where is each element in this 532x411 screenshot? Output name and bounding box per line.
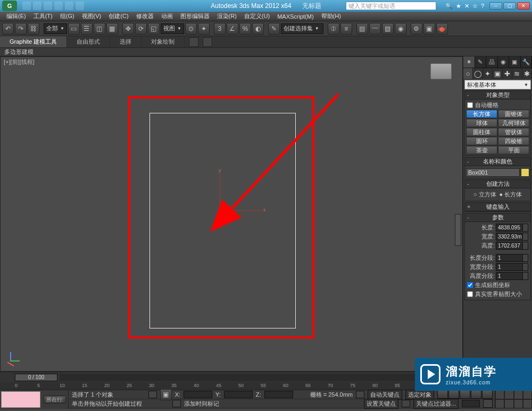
redo-icon[interactable]: ↷ [15, 23, 27, 35]
maximize-viewport-icon[interactable] [514, 399, 523, 408]
goto-start-icon[interactable] [437, 390, 448, 399]
prev-frame-icon[interactable] [448, 390, 459, 399]
rollout-header-label[interactable]: 对象类型 [486, 92, 510, 98]
select-region-icon[interactable]: ◫ [94, 23, 105, 35]
selection-lock-icon[interactable] [148, 391, 157, 398]
qat-new-icon[interactable] [22, 2, 31, 10]
cameras-icon[interactable]: ▣ [493, 68, 502, 79]
ribbon-tab-graphite[interactable]: Graphite 建模工具 [0, 36, 67, 47]
layers-icon[interactable]: ▤ [356, 23, 368, 35]
object-name-input[interactable]: Box001 [466, 168, 520, 177]
motion-tab-icon[interactable]: ◉ [498, 56, 510, 68]
geometry-category-dropdown[interactable]: 标准基本体▼ [464, 80, 531, 89]
helpers-icon[interactable]: ✚ [503, 68, 512, 79]
key-mode-icon[interactable] [356, 391, 364, 398]
next-frame-icon[interactable] [471, 390, 481, 399]
spinner-snap-icon[interactable]: ◐ [252, 23, 264, 35]
autogrid-checkbox[interactable] [467, 102, 473, 108]
height-spinner[interactable]: 1702.637 [496, 242, 528, 250]
qat-save-icon[interactable] [44, 2, 52, 10]
viewport-fov-slider[interactable] [455, 214, 461, 246]
selection-filter-dropdown[interactable]: 全部▼ [44, 23, 67, 34]
ribbon-config-icon[interactable] [189, 37, 198, 47]
hseg-spinner[interactable]: 1 [496, 272, 528, 280]
length-spinner[interactable]: 4838.095 [496, 224, 528, 232]
keyfilter-button[interactable]: 关键点过滤器... [413, 399, 459, 409]
menu-group[interactable]: 组(G) [57, 12, 78, 21]
snap-toggle-icon[interactable]: 3 [214, 23, 226, 35]
render-icon[interactable]: 🫖 [436, 23, 448, 35]
menu-customize[interactable]: 自定义(U) [241, 12, 273, 21]
viewcube-icon[interactable] [430, 63, 452, 79]
isolate-icon[interactable] [172, 400, 181, 407]
close-button[interactable]: ✕ [517, 2, 530, 10]
ribbon-tab-freeform[interactable]: 自由形式 [67, 36, 110, 47]
menu-tools[interactable]: 工具(T) [30, 12, 56, 21]
exchange-icon[interactable]: ✕ [464, 3, 469, 10]
align-icon[interactable]: ≡ [340, 23, 352, 35]
obj-plane-button[interactable]: 平面 [498, 146, 529, 154]
display-tab-icon[interactable]: ▣ [509, 56, 521, 68]
create-tab-icon[interactable]: ✷ [463, 56, 475, 68]
current-frame-input[interactable] [462, 400, 480, 407]
realworld-checkbox[interactable] [467, 291, 473, 297]
scale-icon[interactable]: ◱ [148, 23, 160, 35]
named-selset-dropdown[interactable]: 创建选择集▼ [281, 23, 323, 34]
percent-snap-icon[interactable]: % [239, 23, 251, 35]
zoom-extents-icon[interactable] [523, 390, 532, 399]
coord-x-input[interactable] [184, 391, 212, 398]
link-icon[interactable]: ⛓ [28, 23, 39, 35]
absolute-mode-icon[interactable]: ▣ [160, 389, 172, 400]
add-time-tag-button[interactable]: 添加时间标记 [184, 400, 219, 408]
maximize-button[interactable]: ▢ [503, 2, 516, 10]
modify-tab-icon[interactable]: ✎ [475, 56, 487, 68]
rotate-icon[interactable]: ⟳ [135, 23, 147, 35]
render-frame-icon[interactable]: ▣ [423, 23, 435, 35]
obj-tube-button[interactable]: 管状体 [498, 128, 529, 136]
qat-more-icon[interactable] [76, 2, 84, 10]
keyfilter-icon[interactable] [402, 400, 410, 407]
setkey-button[interactable]: 设置关键点 [364, 399, 398, 409]
coord-z-input[interactable] [264, 391, 293, 398]
menu-grapheditors[interactable]: 图形编辑器 [177, 12, 213, 21]
subscription-icon[interactable]: ★ [456, 3, 461, 10]
zoom-icon[interactable] [504, 390, 513, 399]
spacewarps-icon[interactable]: ≋ [512, 68, 522, 79]
pan-icon[interactable] [495, 390, 504, 399]
goto-end-icon[interactable] [482, 390, 493, 399]
hierarchy-tab-icon[interactable]: 品 [486, 56, 498, 68]
obj-box-button[interactable]: 长方体 [466, 110, 497, 118]
qat-undo-icon[interactable] [54, 2, 63, 10]
method-box-radio[interactable]: ● 长方体 [500, 191, 522, 199]
obj-torus-button[interactable]: 圆环 [466, 137, 497, 145]
favorite-icon[interactable]: ☆ [472, 3, 478, 10]
menu-rendering[interactable]: 渲染(R) [214, 12, 240, 21]
min-max-toggle-icon[interactable] [523, 399, 532, 408]
shapes-icon[interactable]: ◯ [473, 68, 483, 79]
qat-open-icon[interactable] [33, 2, 41, 10]
geometry-icon[interactable]: ○ [463, 68, 473, 79]
menu-views[interactable]: 视图(V) [79, 12, 105, 21]
select-object-icon[interactable]: ▭ [68, 23, 80, 35]
menu-modifiers[interactable]: 修改器 [133, 12, 157, 21]
obj-cylinder-button[interactable]: 圆柱体 [466, 128, 497, 136]
pivot-icon[interactable]: ⊙ [185, 23, 197, 35]
width-spinner[interactable]: 3302.93m [496, 233, 528, 241]
lseg-spinner[interactable]: 1 [496, 254, 528, 262]
angle-snap-icon[interactable]: ∠ [227, 23, 238, 35]
zoom-region-icon[interactable] [495, 399, 504, 408]
play-icon[interactable] [460, 390, 470, 399]
obj-cone-button[interactable]: 圆锥体 [498, 110, 529, 118]
select-name-icon[interactable]: ☰ [81, 23, 93, 35]
help-icon[interactable]: ? [481, 3, 484, 10]
obj-sphere-button[interactable]: 球体 [466, 119, 497, 127]
minimize-button[interactable]: – [489, 2, 502, 10]
utilities-tab-icon[interactable]: 🔧 [521, 56, 533, 68]
lights-icon[interactable]: ✦ [483, 68, 493, 79]
coord-y-input[interactable] [224, 391, 253, 398]
fov-icon[interactable] [514, 390, 523, 399]
gen-mapcoords-checkbox[interactable] [467, 282, 473, 288]
curve-editor-icon[interactable]: 〰 [369, 23, 381, 35]
menu-maxscript[interactable]: MAXScript(M) [274, 13, 317, 20]
time-config-icon[interactable] [483, 399, 493, 408]
